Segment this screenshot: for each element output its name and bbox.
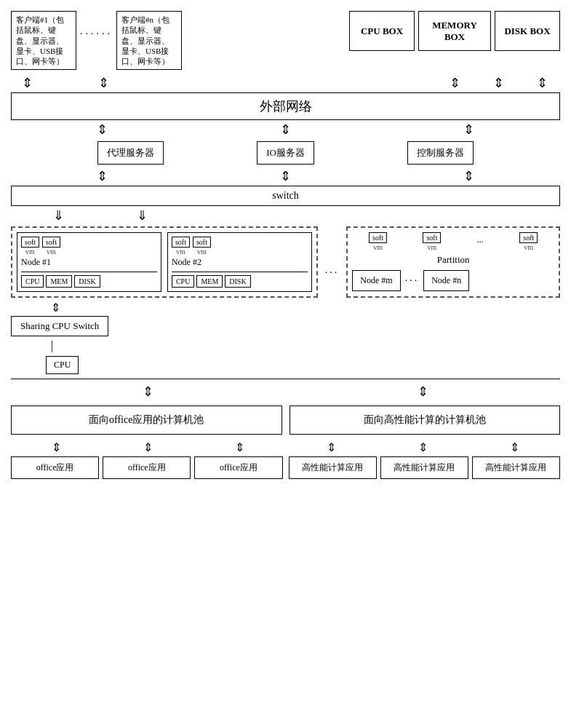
- part-vm2: vm: [428, 243, 437, 251]
- clientN-text: 客户端#n（包括鼠标、键盘、显示器、显卡、USB接口、网卡等）: [121, 15, 169, 66]
- client1-text: 客户端#1（包括鼠标、键盘、显示器、显卡、USB接口、网卡等）: [16, 15, 64, 66]
- arr-srv2: ⇕: [256, 122, 314, 138]
- disk-box: DISK BOX: [495, 11, 560, 51]
- client1-box: 客户端#1（包括鼠标、键盘、显示器、显卡、USB接口、网卡等）: [11, 11, 76, 70]
- part-vm1: vm: [373, 243, 383, 251]
- arr-nd1: ⇓: [11, 207, 91, 223]
- apps-row: office应用 office应用 office应用 高性能计算应用 高性能计算…: [11, 456, 560, 479]
- partition-soft-row: soft vm soft vm ··· soft vm: [352, 232, 554, 251]
- arr-pool1: ⇕: [11, 384, 286, 400]
- node2-vm1-label: vm: [176, 248, 185, 256]
- cpu-small-box: CPU: [46, 356, 79, 374]
- cpu-box-wrapper: CPU: [11, 352, 560, 374]
- node2-mem: MEM: [196, 275, 223, 288]
- sharing-cpu-section: ⇕ Sharing CPU Switch: [11, 301, 560, 336]
- top-section: 客户端#1（包括鼠标、键盘、显示器、显卡、USB接口、网卡等） ...... 客…: [7, 7, 564, 74]
- node1-vm1-label: vm: [25, 248, 35, 256]
- partition-area: soft vm soft vm Node #1 CPU MEM DISK: [11, 226, 560, 298]
- arr-srv3: ⇕: [439, 122, 498, 138]
- server-row: 代理服务器 IO服务器 控制服务器: [7, 141, 564, 165]
- node1-resources: CPU MEM DISK: [21, 272, 157, 288]
- hpc-app1: 高性能计算应用: [289, 456, 377, 479]
- partition-label: Partition: [352, 254, 554, 266]
- hpc-app2: 高性能计算应用: [380, 456, 468, 479]
- part-soft3: soft: [519, 232, 538, 243]
- arr4: ⇕: [480, 75, 516, 91]
- arr-to-switch: ⇕: [11, 301, 560, 314]
- hpc-apps: 高性能计算应用 高性能计算应用 高性能计算应用: [289, 456, 561, 479]
- arrows-to-apps: ⇕ ⇕ ⇕ ⇕ ⇕ ⇕: [7, 440, 564, 454]
- node1-disk: DISK: [74, 275, 100, 288]
- arr-to-cpu: |: [11, 339, 560, 352]
- node-n-box: Node #n: [423, 270, 469, 291]
- cpu-section: | CPU: [11, 339, 560, 374]
- arrows-row2: ⇕ ⇕ ⇕: [7, 122, 564, 138]
- node1-soft-row: soft vm soft vm: [21, 237, 157, 256]
- network-bar: 外部网络: [11, 92, 560, 120]
- arr-apps-left: ⇕ ⇕ ⇕: [11, 440, 286, 454]
- arr1: ⇕: [11, 75, 44, 91]
- node2-label: Node #2: [172, 257, 308, 268]
- arr-sw3: ⇕: [439, 168, 498, 184]
- main-diagram: 客户端#1（包括鼠标、键盘、显示器、显卡、USB接口、网卡等） ...... 客…: [0, 0, 571, 728]
- sharing-cpu-wrapper: Sharing CPU Switch: [11, 316, 108, 336]
- node2-cpu: CPU: [172, 275, 194, 288]
- part-sv2: soft vm: [423, 232, 441, 251]
- arr-apps-right: ⇕ ⇕ ⇕: [286, 440, 561, 454]
- node2-soft2: soft: [193, 237, 211, 248]
- node2-soft-row: soft vm soft vm: [172, 237, 308, 256]
- client-dots: ......: [80, 11, 113, 37]
- office-apps: office应用 office应用 office应用: [11, 456, 283, 479]
- partition-outer-dashed: soft vm soft vm ··· soft vm Partition: [346, 226, 560, 298]
- memory-box: MEMORYBOX: [418, 11, 491, 51]
- node-m-box: Node #m: [352, 270, 400, 291]
- arr2: ⇕: [87, 75, 120, 91]
- node1-card: soft vm soft vm Node #1 CPU MEM DISK: [17, 232, 161, 292]
- part-vm3: vm: [524, 243, 533, 251]
- arrows-row1: ⇕ ⇕ ⇕ ⇕ ⇕: [7, 75, 564, 91]
- arr5: ⇕: [524, 75, 560, 91]
- office-pool-box: 面向office应用的计算机池: [11, 405, 282, 435]
- clientN-box: 客户端#n（包括鼠标、键盘、显示器、显卡、USB接口、网卡等）: [116, 11, 182, 70]
- node2-sv2: soft vm: [193, 237, 211, 256]
- arr-sw1: ⇕: [73, 168, 132, 184]
- node1-label: Node #1: [21, 257, 157, 268]
- node1-soft1: soft: [21, 237, 39, 248]
- node1-soft2: soft: [42, 237, 60, 248]
- part-soft1: soft: [369, 232, 387, 243]
- part-dots-sv: ···: [477, 232, 484, 251]
- node-dots: ···: [325, 226, 340, 298]
- separator: [11, 379, 560, 379]
- node1-mem: MEM: [46, 275, 72, 288]
- part-soft2: soft: [423, 232, 441, 243]
- partition-inner-nodes: Node #m ··· Node #n: [352, 270, 554, 291]
- hpc-app3: 高性能计算应用: [472, 456, 560, 479]
- arrows-row4: ⇓ ⇓: [7, 207, 564, 223]
- node2-sv1: soft vm: [172, 237, 190, 256]
- node2-disk: DISK: [225, 275, 250, 288]
- office-app2: office应用: [103, 456, 191, 479]
- node2-resources: CPU MEM DISK: [172, 272, 308, 288]
- arr-pool2: ⇕: [286, 384, 561, 400]
- nodes12-outer-dashed: soft vm soft vm Node #1 CPU MEM DISK: [11, 226, 318, 298]
- part-sv1: soft vm: [369, 232, 387, 251]
- proxy-server: 代理服务器: [97, 141, 164, 165]
- office-app3: office应用: [194, 456, 282, 479]
- sharing-cpu-box: Sharing CPU Switch: [11, 316, 108, 336]
- node1-sv1: soft vm: [21, 237, 39, 256]
- arr3: ⇕: [436, 75, 473, 91]
- arr-sw2: ⇕: [256, 168, 314, 184]
- office-app1: office应用: [11, 456, 99, 479]
- node2-soft1: soft: [172, 237, 190, 248]
- pool-row: 面向office应用的计算机池 面向高性能计算的计算机池: [11, 405, 560, 435]
- partition-inner-dots: ···: [405, 275, 420, 287]
- switch-bar: switch: [11, 186, 560, 206]
- io-server: IO服务器: [257, 141, 314, 165]
- node2-vm2-label: vm: [197, 248, 207, 256]
- arrows-to-pools: ⇕ ⇕: [7, 384, 564, 400]
- node1-vm2-label: vm: [47, 248, 56, 256]
- part-sv3: soft vm: [519, 232, 538, 251]
- control-server: 控制服务器: [407, 141, 474, 165]
- arr-nd2: ⇓: [91, 207, 193, 223]
- node1-sv2: soft vm: [42, 237, 60, 256]
